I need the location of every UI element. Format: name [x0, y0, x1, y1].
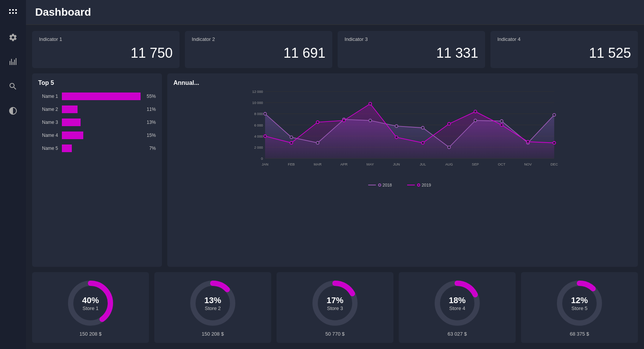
- x-axis-label: JUL: [420, 162, 426, 166]
- bar-label: Name 4: [38, 133, 58, 138]
- indicator-label: Indicator 4: [497, 36, 631, 42]
- annual-chart-container: 02 0004 0006 0008 00010 00012 000JANFEBM…: [173, 88, 632, 187]
- indicator-card: Indicator 3 11 331: [338, 31, 485, 68]
- donut-center: 12% Store 5: [571, 295, 588, 311]
- bar-pct: 13%: [144, 120, 156, 125]
- indicator-card: Indicator 4 11 525: [490, 31, 638, 68]
- bar-row: Name 2 11%: [38, 106, 156, 113]
- indicator-value: 11 525: [497, 45, 631, 61]
- donut-pct: 40%: [82, 295, 99, 305]
- middle-row: Top 5 Name 1 55% Name 2 11% Name 3 13% N…: [32, 73, 638, 267]
- donut-wrapper: 17% Store 3: [310, 278, 360, 328]
- indicator-label: Indicator 2: [192, 36, 325, 42]
- bar-row: Name 1 55%: [38, 93, 156, 100]
- top5-title: Top 5: [38, 80, 156, 86]
- dot-2018: [369, 119, 372, 122]
- donut-card: 40% Store 1 150 208 $: [32, 272, 149, 343]
- annual-svg: 02 0004 0006 0008 00010 00012 000JANFEBM…: [173, 88, 632, 180]
- donut-pct: 13%: [204, 295, 221, 305]
- dot-2019: [290, 141, 293, 144]
- logo-icon[interactable]: [6, 6, 20, 20]
- dot-2018: [474, 119, 477, 122]
- indicator-card: Indicator 2 11 691: [185, 31, 332, 68]
- dot-2019: [500, 123, 503, 126]
- legend-label-2018: 2018: [383, 183, 392, 187]
- indicator-value: 11 750: [39, 45, 173, 61]
- bar-row: Name 3 13%: [38, 118, 156, 126]
- bar-pct: 55%: [144, 94, 156, 99]
- x-axis-label: OCT: [498, 162, 506, 166]
- indicator-value: 11 331: [345, 45, 478, 61]
- donut-store-name: Store 5: [571, 305, 588, 311]
- legend-2019: 2019: [407, 183, 431, 187]
- bar-track: [62, 93, 141, 100]
- donut-wrapper: 12% Store 5: [555, 278, 604, 328]
- x-axis-label: AUG: [445, 162, 453, 166]
- dot-2018: [553, 114, 555, 116]
- y-axis-label: 8 000: [254, 112, 263, 116]
- dot-2018: [316, 141, 319, 144]
- top5-card: Top 5 Name 1 55% Name 2 11% Name 3 13% N…: [32, 73, 162, 267]
- dot-2019: [316, 121, 319, 123]
- y-axis-label: 0: [261, 157, 263, 161]
- donut-card: 13% Store 2 150 208 $: [154, 272, 271, 343]
- bar-fill: [62, 118, 81, 126]
- x-axis-label: APR: [340, 162, 348, 166]
- svg-rect-2: [15, 9, 17, 11]
- x-axis-label: SEP: [472, 162, 479, 166]
- dot-2018: [264, 112, 266, 115]
- indicator-value: 11 691: [192, 45, 325, 61]
- dot-2019: [526, 140, 529, 143]
- top5-bars: Name 1 55% Name 2 11% Name 3 13% Name 4 …: [38, 93, 156, 152]
- legend-line-2018: [368, 185, 376, 185]
- bar-fill: [62, 144, 72, 152]
- y-axis-label: 12 000: [252, 90, 263, 94]
- dot-2019: [421, 141, 424, 144]
- donut-amount: 63 027 $: [448, 331, 467, 337]
- bar-pct: 11%: [144, 107, 156, 112]
- donut-card: 17% Store 3 50 770 $: [277, 272, 393, 343]
- y-axis-label: 10 000: [252, 101, 263, 105]
- dot-2018: [395, 125, 398, 127]
- dot-2018: [500, 120, 503, 122]
- annual-title: Annual...: [173, 80, 632, 86]
- donut-card: 12% Store 5 68 375 $: [521, 272, 638, 343]
- x-axis-label: FEB: [288, 162, 295, 166]
- x-axis-label: MAR: [314, 162, 322, 166]
- donut-pct: 17%: [327, 295, 343, 305]
- donut-pct: 12%: [571, 295, 588, 305]
- donut-store-name: Store 1: [82, 305, 99, 311]
- donut-center: 40% Store 1: [82, 295, 99, 311]
- indicator-label: Indicator 1: [39, 36, 173, 42]
- svg-rect-4: [12, 12, 14, 14]
- page-title: Dashboard: [35, 6, 635, 18]
- bar-fill: [62, 131, 83, 139]
- dot-2019: [448, 122, 450, 125]
- indicator-label: Indicator 3: [345, 36, 478, 42]
- bar-row: Name 5 7%: [38, 144, 156, 152]
- svg-rect-3: [9, 12, 11, 14]
- legend-line-2019: [407, 185, 415, 185]
- content-area: Indicator 1 11 750 Indicator 2 11 691 In…: [26, 25, 644, 349]
- search-icon[interactable]: [6, 80, 20, 93]
- contrast-icon[interactable]: [6, 104, 20, 118]
- y-axis-label: 2 000: [254, 146, 263, 149]
- donut-amount: 50 770 $: [325, 331, 345, 337]
- donut-amount: 150 208 $: [79, 331, 102, 337]
- header: Dashboard: [26, 0, 644, 25]
- x-axis-label: JAN: [262, 162, 268, 166]
- annual-card: Annual... 02 0004 0006 0008 00010 00012 …: [167, 73, 638, 267]
- donut-store-name: Store 4: [449, 305, 466, 311]
- indicators-row: Indicator 1 11 750 Indicator 2 11 691 In…: [32, 31, 638, 68]
- x-axis-label: DEC: [550, 162, 558, 166]
- dot-2018: [448, 146, 450, 149]
- dot-2019: [264, 135, 266, 137]
- main-content: Dashboard Indicator 1 11 750 Indicator 2…: [26, 0, 644, 349]
- settings-icon[interactable]: [6, 31, 20, 44]
- bar-label: Name 5: [38, 146, 58, 151]
- bar-chart-icon[interactable]: [6, 55, 20, 69]
- legend-dot-2018: [378, 183, 381, 187]
- bar-track: [62, 144, 141, 152]
- y-axis-label: 6 000: [254, 123, 263, 127]
- donut-center: 18% Store 4: [449, 295, 466, 311]
